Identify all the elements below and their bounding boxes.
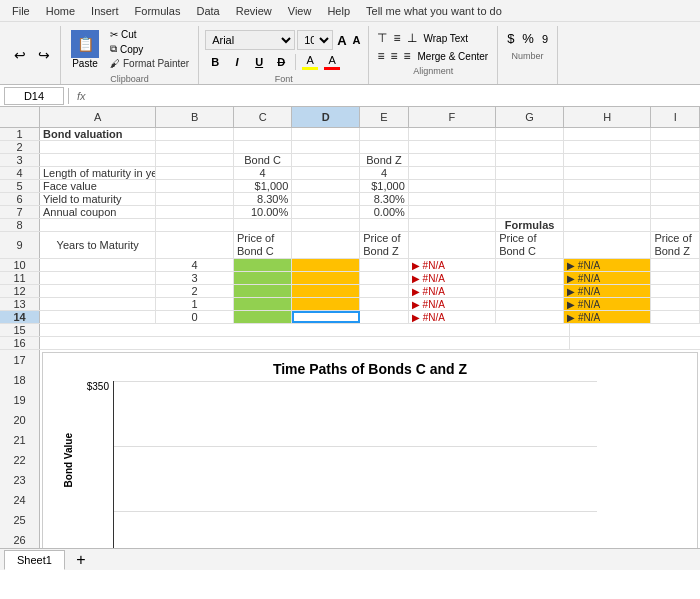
cell-c1[interactable] xyxy=(234,128,292,140)
cell-b7[interactable] xyxy=(156,206,234,218)
cell-h7[interactable] xyxy=(564,206,651,218)
cell-f12[interactable]: ▶ #N/A xyxy=(409,285,496,297)
cell-g14[interactable] xyxy=(496,311,564,323)
cell-b2[interactable] xyxy=(156,141,234,153)
cell-e1[interactable] xyxy=(360,128,409,140)
cell-f6[interactable] xyxy=(409,193,496,205)
cell-d7[interactable] xyxy=(292,206,360,218)
cell-i3[interactable] xyxy=(651,154,700,166)
cell-g3[interactable] xyxy=(496,154,564,166)
decrease-font-button[interactable]: A xyxy=(351,34,363,46)
formula-input[interactable] xyxy=(94,87,696,105)
cell-b13[interactable]: 1 xyxy=(156,298,234,310)
cell-i14[interactable] xyxy=(651,311,700,323)
cell-g4[interactable] xyxy=(496,167,564,179)
menu-view[interactable]: View xyxy=(280,3,320,19)
cell-d6[interactable] xyxy=(292,193,360,205)
col-header-h[interactable]: H xyxy=(564,107,651,127)
cell-e10[interactable] xyxy=(360,259,409,271)
cell-f9[interactable] xyxy=(409,232,496,258)
align-center-button[interactable]: ≡ xyxy=(389,48,400,64)
sheet-tab-sheet1[interactable]: Sheet1 xyxy=(4,550,65,570)
cell-a1[interactable]: Bond valuation xyxy=(40,128,156,140)
cell-i9[interactable]: Price of Bond Z xyxy=(651,232,700,258)
cell-a2[interactable] xyxy=(40,141,156,153)
cell-d13[interactable] xyxy=(292,298,360,310)
cell-h8[interactable] xyxy=(564,219,651,231)
cell-i10[interactable] xyxy=(651,259,700,271)
cell-h3[interactable] xyxy=(564,154,651,166)
cell-d5[interactable] xyxy=(292,180,360,192)
add-sheet-button[interactable]: + xyxy=(71,550,91,570)
wrap-text-button[interactable]: Wrap Text xyxy=(421,32,472,45)
cell-e11[interactable] xyxy=(360,272,409,284)
cell-a13[interactable] xyxy=(40,298,156,310)
cut-button[interactable]: ✂ Cut xyxy=(107,28,192,41)
cell-a9[interactable]: Years to Maturity xyxy=(40,232,156,258)
cell-b8[interactable] xyxy=(156,219,234,231)
cell-g2[interactable] xyxy=(496,141,564,153)
cell-i4[interactable] xyxy=(651,167,700,179)
cell-a6[interactable]: Yield to maturity xyxy=(40,193,156,205)
cell-reference-input[interactable] xyxy=(4,87,64,105)
menu-file[interactable]: File xyxy=(4,3,38,19)
increase-font-button[interactable]: A xyxy=(335,33,348,48)
cell-b10[interactable]: 4 xyxy=(156,259,234,271)
cell-c11[interactable] xyxy=(234,272,292,284)
cell-h9[interactable] xyxy=(564,232,651,258)
cell-h11[interactable]: ▶ #N/A xyxy=(564,272,651,284)
cell-h5[interactable] xyxy=(564,180,651,192)
cell-d12[interactable] xyxy=(292,285,360,297)
cell-e12[interactable] xyxy=(360,285,409,297)
col-header-d[interactable]: D xyxy=(292,107,360,127)
italic-button[interactable]: I xyxy=(227,52,247,72)
cell-f14[interactable]: ▶ #N/A xyxy=(409,311,496,323)
cell-f4[interactable] xyxy=(409,167,496,179)
cell-g6[interactable] xyxy=(496,193,564,205)
col-header-i[interactable]: I xyxy=(651,107,700,127)
cell-a10[interactable] xyxy=(40,259,156,271)
cell-f3[interactable] xyxy=(409,154,496,166)
cell-g13[interactable] xyxy=(496,298,564,310)
cell-e14[interactable] xyxy=(360,311,409,323)
cell-a3[interactable] xyxy=(40,154,156,166)
cell-b1[interactable] xyxy=(156,128,234,140)
menu-formulas[interactable]: Formulas xyxy=(127,3,189,19)
undo-button[interactable]: ↩ xyxy=(10,45,30,65)
cell-c12[interactable] xyxy=(234,285,292,297)
cell-h4[interactable] xyxy=(564,167,651,179)
bold-button[interactable]: B xyxy=(205,52,225,72)
cell-i11[interactable] xyxy=(651,272,700,284)
cell-c13[interactable] xyxy=(234,298,292,310)
percent-button[interactable]: % xyxy=(519,30,537,47)
cell-i2[interactable] xyxy=(651,141,700,153)
cell-e9[interactable]: Price of Bond Z xyxy=(360,232,409,258)
cell-g8[interactable]: Formulas xyxy=(496,219,564,231)
cell-i8[interactable] xyxy=(651,219,700,231)
cell-e5[interactable]: $1,000 xyxy=(360,180,409,192)
cell-i6[interactable] xyxy=(651,193,700,205)
align-top-button[interactable]: ⊤ xyxy=(375,30,389,46)
menu-review[interactable]: Review xyxy=(228,3,280,19)
dollar-button[interactable]: $ xyxy=(504,30,517,47)
font-size-select[interactable]: 10 xyxy=(297,30,333,50)
menu-insert[interactable]: Insert xyxy=(83,3,127,19)
paste-button[interactable]: 📋 Paste xyxy=(67,28,103,71)
cell-i12[interactable] xyxy=(651,285,700,297)
underline-button[interactable]: U xyxy=(249,52,269,72)
col-header-g[interactable]: G xyxy=(496,107,564,127)
cell-c6[interactable]: 8.30% xyxy=(234,193,292,205)
cell-g12[interactable] xyxy=(496,285,564,297)
menu-tell-me[interactable]: Tell me what you want to do xyxy=(358,3,510,19)
cell-f5[interactable] xyxy=(409,180,496,192)
cell-c3[interactable]: Bond C xyxy=(234,154,292,166)
cell-b6[interactable] xyxy=(156,193,234,205)
cell-i5[interactable] xyxy=(651,180,700,192)
fill-color-button[interactable]: A xyxy=(300,52,320,72)
cell-g11[interactable] xyxy=(496,272,564,284)
cell-b4[interactable] xyxy=(156,167,234,179)
strikethrough-button[interactable]: D xyxy=(271,52,291,72)
redo-button[interactable]: ↪ xyxy=(34,45,54,65)
cell-h10[interactable]: ▶ #N/A xyxy=(564,259,651,271)
col-header-a[interactable]: A xyxy=(40,107,156,127)
